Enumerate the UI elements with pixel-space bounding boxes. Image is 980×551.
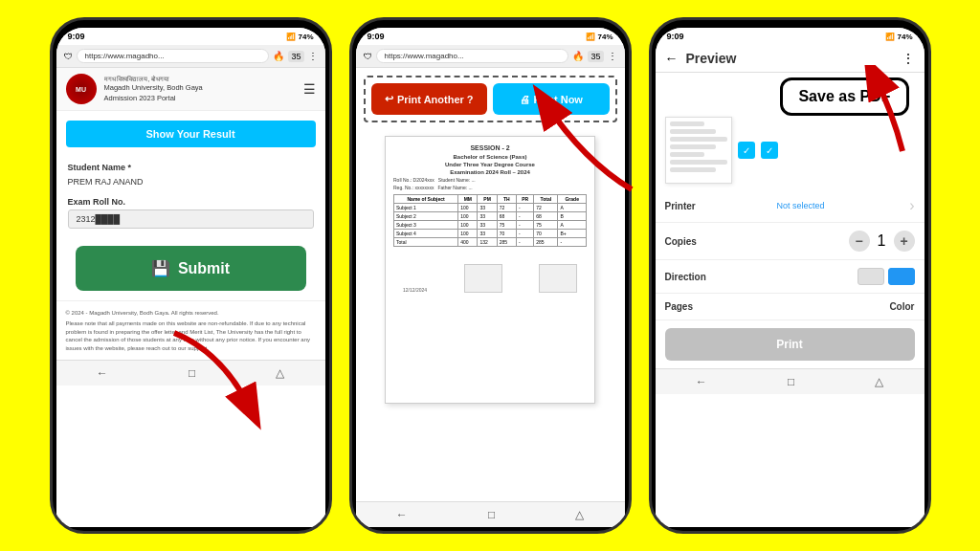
phone-1: 9:09 📶 74% 🛡 https://www.magadho... 🔥 35… [50,17,332,534]
preview-header: ← Preview ⋮ [656,45,924,73]
status-bar-3: 9:09 📶 74% [656,28,924,45]
show-result-button[interactable]: Show Your Result [66,121,316,147]
doc-thumbnail [665,117,732,184]
preview-content-area: ✓ ✓ [656,111,924,189]
status-icons-1: 📶 74% [286,33,313,41]
battery-2: 74% [597,33,612,41]
nav-recent-3[interactable]: △ [875,375,883,388]
direction-landscape[interactable] [888,268,915,285]
document-preview-area: SESSION - 2 Bachelor of Science (Pass) U… [356,130,625,501]
uni-logo: MU [66,74,97,104]
nav-home-1[interactable]: □ [189,366,195,380]
document-paper: SESSION - 2 Bachelor of Science (Pass) U… [385,136,595,404]
signature-2 [539,264,577,293]
hamburger-icon[interactable]: ☰ [303,81,316,97]
chevron-right-icon: › [909,197,914,214]
printer-value[interactable]: Not selected [776,201,824,210]
save-as-pdf-label: Save as PDF [798,88,890,104]
bottom-nav-3: ← □ △ [656,368,924,394]
nav-back-1[interactable]: ← [97,366,108,380]
doc-title-1: Bachelor of Science (Pass) [393,154,587,160]
back-arrow-icon[interactable]: ← [665,51,679,66]
uni-name-english: Magadh University, Bodh Gaya [104,83,203,94]
time-3: 9:09 [667,32,684,41]
doc-title-2: Under Three Year Degree Course [393,162,587,167]
submit-button[interactable]: 💾 Submit [76,246,306,291]
save-icon: 💾 [151,259,170,277]
url-bar-2[interactable]: https://www.magadho... [376,49,569,63]
print-now-label: Print Now [534,94,583,105]
signature-1 [464,264,502,293]
print-another-button[interactable]: ↩ Print Another ? [371,83,488,115]
footer-year: © 2024 - Magadh University, Bodh Gaya. A… [66,309,316,317]
printer-setting-row: Printer Not selected › [656,189,924,223]
phone-screen-2: 9:09 📶 74% 🛡 https://www.magadho... 🔥 35… [356,28,625,527]
color-label: Color [889,301,914,312]
browser-actions-1: 🔥 35 ⋮ [273,51,317,62]
direction-setting-row: Direction [656,260,924,294]
print-another-label: Print Another ? [397,94,474,105]
doc-title-3: Examination 2024 Roll – 2024 [393,169,587,175]
phone-3: 9:09 📶 74% ← Preview ⋮ Save as PDF [649,17,931,534]
battery-1: 74% [298,33,313,41]
status-icons-2: 📶 74% [586,33,612,41]
exam-roll-value[interactable]: 2312████ [68,209,314,229]
uni-text: मगध विश्वविद्यालय, बोधगया Magadh Univers… [104,75,203,104]
checkbox-1[interactable]: ✓ [738,142,755,159]
pages-label: Pages [665,301,693,312]
nav-recent-1[interactable]: △ [276,366,284,380]
uni-name-hindi: मगध विश्वविद्यालय, बोधगया [104,75,203,84]
direction-portrait[interactable] [858,268,884,285]
preview-title: Preview [686,51,737,66]
battery-3: 74% [897,33,912,41]
print-settings: Printer Not selected › Copies − 1 + Dire… [656,189,924,320]
student-name-label: Student Name * [68,163,314,172]
status-bar-2: 9:09 📶 74% [356,28,625,45]
copies-control: − 1 + [849,231,915,252]
university-header-1: MU मगध विश्वविद्यालय, बोधगया Magadh Univ… [56,68,325,111]
phone-frame-3: 9:09 📶 74% ← Preview ⋮ Save as PDF [649,17,931,534]
copies-decrease[interactable]: − [849,231,870,252]
copies-increase[interactable]: + [894,231,915,252]
form-section: Student Name * PREM RAJ ANAND Exam Roll … [56,157,325,229]
printer-label: Printer [665,201,696,211]
bottom-nav-1: ← □ △ [56,360,325,386]
print-now-button[interactable]: 🖨 Print Now [493,83,610,115]
nav-recent-2[interactable]: △ [575,508,584,521]
portal-title: Admission 2023 Portal [104,94,203,104]
date-text: 12/12/2024 [403,287,427,293]
direction-label: Direction [665,272,706,282]
phone-frame-1: 9:09 📶 74% 🛡 https://www.magadho... 🔥 35… [50,17,332,534]
url-bar-1[interactable]: https://www.magadho... [77,49,270,63]
browser-actions-2: 🔥 35 ⋮ [572,51,616,62]
reply-icon: ↩ [385,93,393,105]
print-buttons-container: ↩ Print Another ? 🖨 Print Now [364,76,617,122]
student-name-value: PREM RAJ ANAND [68,174,314,189]
phone-screen-1: 9:09 📶 74% 🛡 https://www.magadho... 🔥 35… [56,28,325,527]
submit-label: Submit [178,260,230,277]
exam-roll-label: Exam Roll No. [68,197,314,207]
nav-home-2[interactable]: □ [488,508,495,521]
phone-frame-2: 9:09 📶 74% 🛡 https://www.magadho... 🔥 35… [349,17,632,534]
printer-icon: 🖨 [520,94,530,105]
bottom-nav-2: ← □ △ [356,501,625,527]
print-button[interactable]: Print [665,328,915,361]
phone-2: 9:09 📶 74% 🛡 https://www.magadho... 🔥 35… [349,17,632,534]
copies-value: 1 [878,232,886,250]
copies-setting-row: Copies − 1 + [656,223,924,260]
result-table: Name of Subject MM PM TH PR Total Grade … [393,194,587,247]
nav-back-2[interactable]: ← [396,508,408,521]
more-options-icon[interactable]: ⋮ [902,51,915,66]
nav-home-3[interactable]: □ [788,375,794,388]
checkbox-2[interactable]: ✓ [761,142,778,159]
time-1: 9:09 [68,32,85,41]
phone-screen-3: 9:09 📶 74% ← Preview ⋮ Save as PDF [656,28,924,527]
time-2: 9:09 [368,32,385,41]
nav-back-3[interactable]: ← [696,375,707,388]
footer-text-1: © 2024 - Magadh University, Bodh Gaya. A… [56,300,325,360]
browser-bar-1: 🛡 https://www.magadho... 🔥 35 ⋮ [56,45,325,68]
url-text-1: https://www.magadho... [85,52,165,60]
save-as-pdf-bubble: Save as PDF [780,77,908,116]
checkbox-area: ✓ ✓ [738,117,778,184]
direction-toggle [858,268,915,285]
